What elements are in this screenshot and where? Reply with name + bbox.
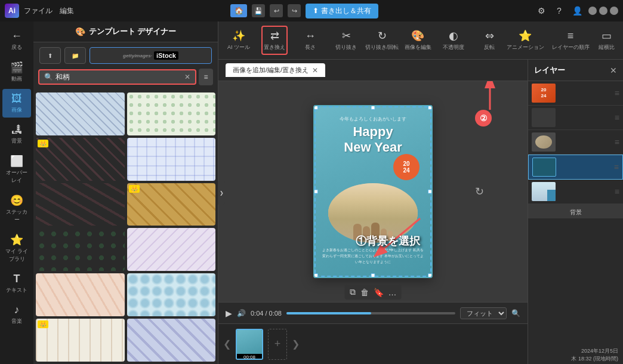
close-button[interactable]: [610, 7, 618, 15]
tool-layer-order[interactable]: ≡ レイヤーの順序: [557, 27, 584, 54]
list-item[interactable]: 👑: [36, 138, 125, 181]
handle-bl[interactable]: [314, 273, 318, 277]
save-button[interactable]: 💾: [252, 4, 265, 17]
list-item[interactable]: [127, 228, 216, 271]
tool-animation[interactable]: ⭐ アニメーション: [512, 27, 538, 54]
fit-select[interactable]: フィット: [460, 307, 507, 319]
sidebar-item-music[interactable]: ♪ 音楽: [2, 300, 31, 329]
layer-drag-handle[interactable]: ≡: [615, 88, 619, 98]
list-item[interactable]: [36, 92, 125, 135]
sidebar-item-text-label: テキスト: [6, 286, 27, 294]
layer-thumb-text: 2024: [541, 87, 547, 98]
sidebar-item-back[interactable]: ← 戻る: [2, 26, 31, 55]
settings-icon[interactable]: ⚙: [535, 4, 548, 17]
search-clear-icon[interactable]: ✕: [184, 73, 190, 81]
delete-icon[interactable]: 🗑: [360, 288, 369, 297]
layers-header: レイヤー ✕: [528, 60, 623, 81]
tool-replace[interactable]: ⇄ 置き換え: [261, 26, 288, 55]
list-item[interactable]: [127, 138, 216, 181]
title-bar-right: ⚙ ? 👤: [535, 4, 618, 17]
bookmark-icon[interactable]: 🔖: [374, 288, 384, 297]
card-action-toolbar: ⧉ 🗑 🔖 …: [345, 285, 402, 300]
minimize-button[interactable]: [588, 7, 597, 15]
toolbar: ✨ AI ツール ⇄ 置き換え ↔ 長さ ✂ 切り抜き ↻ 切り抜き/回転 🎨 …: [218, 21, 623, 60]
sidebar-item-background[interactable]: 🏞 背景: [2, 120, 31, 149]
layer-item[interactable]: ≡: [528, 106, 623, 130]
handle-tm[interactable]: [371, 106, 375, 110]
list-item[interactable]: [36, 183, 125, 226]
maximize-button[interactable]: [599, 7, 607, 15]
folder-tab[interactable]: 📁: [64, 47, 86, 64]
list-item[interactable]: 👑: [36, 319, 125, 362]
panel-collapse-button[interactable]: ❯: [218, 181, 225, 205]
upload-tab[interactable]: ⬆: [39, 47, 61, 64]
sidebar-item-library[interactable]: ⭐ マイ ライブラリ: [2, 230, 31, 267]
canvas-tab-close[interactable]: ✕: [312, 66, 318, 75]
datetime-display: 2024年12月5日 木 18:32 (現地時間): [571, 347, 618, 363]
handle-tr[interactable]: [428, 106, 432, 110]
refresh-icon[interactable]: ↻: [475, 185, 484, 198]
list-item[interactable]: [127, 273, 216, 316]
search-filter-button[interactable]: ≡: [199, 69, 213, 85]
list-item[interactable]: [127, 319, 216, 362]
home-button[interactable]: 🏠: [230, 4, 247, 17]
tool-length[interactable]: ↔ 長さ: [297, 27, 323, 54]
handle-br[interactable]: [428, 273, 432, 277]
handle-tl[interactable]: [314, 106, 318, 110]
layer-item[interactable]: 2024 ≡: [528, 81, 623, 106]
more-icon[interactable]: …: [388, 288, 397, 297]
list-item[interactable]: [127, 92, 216, 135]
thumb-next-button[interactable]: ❯: [292, 338, 300, 350]
handle-bm[interactable]: [371, 273, 375, 277]
sidebar-item-sticker[interactable]: 😊 ステッカー: [2, 190, 31, 227]
panel-title-text: テンプレート デザイナー: [89, 26, 177, 37]
layers-close-button[interactable]: ✕: [610, 66, 617, 75]
layer-drag-handle[interactable]: ≡: [614, 162, 619, 172]
sidebar-item-overlay[interactable]: ⬜ オーバーレイ: [2, 151, 31, 188]
tool-crop-rotate[interactable]: ↻ 切り抜き/回転: [369, 27, 395, 54]
layer-item-selected[interactable]: ≡: [528, 155, 623, 180]
sidebar-item-video[interactable]: 🎬 動画: [2, 57, 31, 87]
tool-ai[interactable]: ✨ AI ツール: [226, 27, 252, 54]
tool-flip[interactable]: ⇔ 反転: [476, 27, 502, 54]
progress-bar[interactable]: [286, 312, 455, 314]
list-item[interactable]: 👑: [127, 183, 216, 226]
thumbnail-item[interactable]: 00:08: [236, 329, 263, 360]
zoom-icon[interactable]: 🔍: [511, 309, 520, 317]
thumb-prev-button[interactable]: ❮: [223, 338, 231, 350]
export-button[interactable]: ⬆ 書き出し＆共有: [306, 4, 378, 18]
sidebar-item-image[interactable]: 🖼 画像: [2, 89, 31, 118]
tool-aspect-label: 縦横比: [599, 44, 615, 51]
tool-opacity[interactable]: ◐ 不透明度: [440, 27, 467, 54]
list-item[interactable]: [36, 228, 125, 271]
layer-item[interactable]: ≡: [528, 180, 623, 204]
search-input[interactable]: [55, 73, 182, 81]
tool-aspect[interactable]: ▭ 縦横比: [593, 27, 619, 54]
tool-trim[interactable]: ✂ 切り抜き: [333, 27, 359, 54]
redo-button[interactable]: ↪: [288, 4, 301, 17]
layer-bg-label: 背景: [528, 204, 623, 218]
handle-ml[interactable]: [314, 190, 318, 194]
volume-button[interactable]: 🔊: [237, 309, 246, 317]
layer-item[interactable]: ≡: [528, 130, 623, 155]
menu-file[interactable]: ファイル: [24, 6, 53, 16]
handle-mr[interactable]: [428, 190, 432, 194]
undo-button[interactable]: ↩: [270, 4, 283, 17]
menu-edit[interactable]: 編集: [60, 6, 74, 16]
sidebar-item-text[interactable]: T テキスト: [2, 269, 31, 298]
layers-bottom-area: 2024年12月5日 木 18:32 (現地時間): [528, 218, 623, 364]
help-icon[interactable]: ?: [553, 4, 566, 17]
list-item[interactable]: [36, 273, 125, 316]
add-thumbnail-button[interactable]: +: [268, 329, 287, 360]
istock-tab[interactable]: gettyimages· iStock: [90, 47, 212, 64]
annotation-replace: ②: [475, 110, 492, 127]
play-button[interactable]: ▶: [226, 309, 232, 318]
animation-icon: ⭐: [519, 29, 532, 42]
layer-photo-thumb: [535, 135, 552, 149]
tool-adjust[interactable]: 🎨 画像を編集: [405, 27, 431, 54]
layer-drag-handle[interactable]: ≡: [615, 113, 619, 122]
layer-drag-handle[interactable]: ≡: [615, 187, 619, 196]
duplicate-icon[interactable]: ⧉: [350, 287, 356, 297]
user-avatar[interactable]: 👤: [570, 4, 584, 17]
layer-drag-handle[interactable]: ≡: [615, 137, 619, 147]
